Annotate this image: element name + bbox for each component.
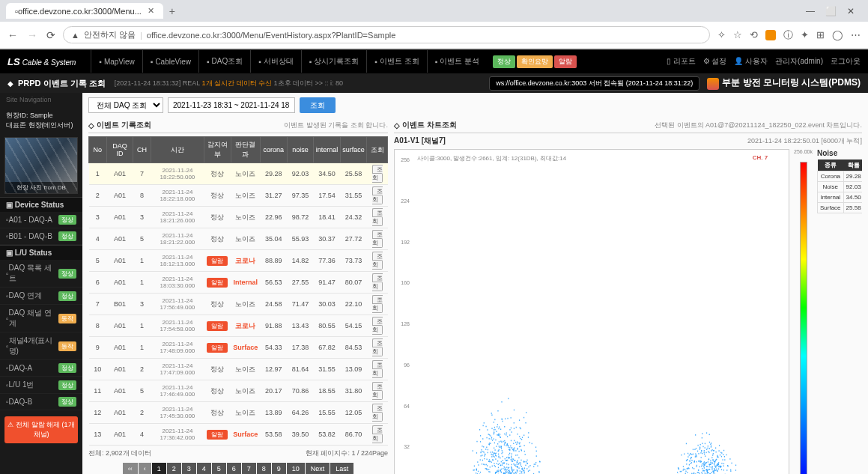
- svg-rect-933: [705, 455, 705, 457]
- svg-rect-611: [516, 444, 517, 446]
- menu-item[interactable]: ▪ MapView: [91, 50, 142, 73]
- page-button[interactable]: Last: [330, 463, 353, 474]
- table-row[interactable]: 12A0122021-11-24 17:45:30.000정상노이즈13.896…: [89, 402, 388, 424]
- sidebar-item[interactable]: ▫ B01 - DAQ-B정상: [0, 228, 82, 245]
- table-row[interactable]: 4A0152021-11-24 18:21:22.000정상노이즈35.0455…: [89, 228, 388, 250]
- menu-item[interactable]: ▪ DAQ조회: [198, 50, 250, 73]
- svg-rect-1725: [713, 450, 714, 452]
- svg-rect-492: [500, 429, 501, 431]
- sidebar-item[interactable]: ▫ 채널4개(표시명)동작: [0, 332, 82, 360]
- svg-rect-673: [494, 456, 495, 458]
- page-button[interactable]: 2: [167, 463, 181, 474]
- table-row[interactable]: 7B0132021-11-24 17:56:49.000정상노이즈24.5871…: [89, 294, 388, 315]
- clear-alarm-button[interactable]: ⚠ 전체 알람 해제 (1개 채널): [4, 416, 78, 443]
- menu-item[interactable]: ▪ 이벤트 조회: [366, 50, 426, 73]
- svg-rect-1591: [694, 461, 695, 462]
- sync-icon[interactable]: ⟲: [750, 29, 758, 40]
- page-button[interactable]: 5: [212, 463, 226, 474]
- sidebar-item[interactable]: ▫ A01 - DAQ-A정상: [0, 212, 82, 228]
- table-row[interactable]: 11A0152021-11-24 17:46:49.000정상노이즈20.177…: [89, 380, 388, 402]
- page-button[interactable]: 10: [287, 463, 305, 474]
- sidebar-item[interactable]: ▫ DAQ 채널 연계동작: [0, 305, 82, 332]
- page-button[interactable]: 8: [257, 463, 271, 474]
- view-button[interactable]: 조회: [372, 230, 383, 248]
- table-row[interactable]: 8A0112021-11-24 17:54:58.000알람코로나91.8813…: [89, 315, 388, 337]
- table-row[interactable]: 2A0182021-11-24 18:22:18.000정상노이즈31.2797…: [89, 185, 388, 207]
- sidebar-item[interactable]: ▫ DAQ 연계정상: [0, 288, 82, 305]
- logout-link[interactable]: 로그아웃: [831, 56, 861, 67]
- page-button[interactable]: 1: [152, 463, 166, 474]
- window-minimize-icon[interactable]: —: [806, 6, 815, 16]
- svg-rect-372: [474, 466, 475, 467]
- view-button[interactable]: 조회: [372, 273, 383, 291]
- table-row[interactable]: 6A0112021-11-24 18:03:30.000알람Internal56…: [89, 272, 388, 294]
- window-maximize-icon[interactable]: ⬜: [825, 6, 837, 16]
- page-button[interactable]: 7: [242, 463, 256, 474]
- url-field[interactable]: ▲ 안전하지 않음 | office.devzone.co.kr:3000/Me…: [63, 26, 710, 43]
- chart-box[interactable]: 사이클:3000, 발생건수:2661, 임계: 12(31DB), 최대값:1…: [394, 149, 789, 474]
- info-icon[interactable]: ⓘ: [783, 28, 793, 42]
- reload-icon[interactable]: ⟳: [46, 29, 55, 41]
- star2-icon[interactable]: ✦: [801, 29, 809, 40]
- back-icon[interactable]: ←: [7, 29, 18, 41]
- tab-close-icon[interactable]: ✕: [148, 6, 154, 16]
- view-button[interactable]: 조회: [372, 295, 383, 313]
- page-button[interactable]: 6: [227, 463, 241, 474]
- daterange-input[interactable]: [168, 97, 295, 113]
- svg-rect-641: [503, 463, 504, 464]
- page-button[interactable]: Next: [306, 463, 330, 474]
- status-badge: 정상: [58, 380, 76, 390]
- svg-rect-441: [528, 437, 529, 438]
- view-button[interactable]: 조회: [372, 317, 383, 335]
- table-row[interactable]: 10A0122021-11-24 17:47:09.000정상노이즈12.978…: [89, 359, 388, 380]
- favorite-icon[interactable]: ☆: [733, 29, 742, 40]
- view-button[interactable]: 조회: [372, 186, 383, 204]
- table-row[interactable]: 13A0142021-11-24 17:36:42.000알람Surface53…: [89, 424, 388, 446]
- view-button[interactable]: 조회: [372, 425, 383, 443]
- view-button[interactable]: 조회: [372, 404, 383, 422]
- collections-icon[interactable]: ⊞: [816, 29, 825, 40]
- view-button[interactable]: 조회: [372, 382, 383, 400]
- view-button[interactable]: 조회: [372, 338, 383, 356]
- view-button[interactable]: 조회: [372, 165, 383, 183]
- svg-rect-296: [482, 460, 483, 461]
- table-row[interactable]: 5A0112021-11-24 18:12:13.000알람코로나88.8914…: [89, 250, 388, 272]
- view-button[interactable]: 조회: [372, 252, 383, 270]
- menu-item[interactable]: ▪ CableView: [142, 50, 198, 73]
- table-row[interactable]: 1A0172021-11-24 18:22:50.000정상노이즈29.2892…: [89, 163, 388, 185]
- view-button[interactable]: 조회: [372, 208, 383, 226]
- forward-icon[interactable]: →: [27, 29, 37, 41]
- table-row[interactable]: 3A0132021-11-24 18:21:26.000정상노이즈22.9698…: [89, 207, 388, 228]
- sidebar-item[interactable]: ▫ DAQ 목록 세트정상: [0, 260, 82, 288]
- view-button[interactable]: 조회: [372, 360, 383, 378]
- read-icon[interactable]: ✧: [717, 29, 726, 40]
- sidebar-item[interactable]: ▫ DAQ-A정상: [0, 360, 82, 377]
- page-button[interactable]: ‹‹: [123, 463, 138, 474]
- svg-rect-1269: [721, 452, 722, 454]
- report-link[interactable]: ▯ 리포트: [667, 56, 696, 67]
- menu-item[interactable]: ▪ 이벤트 분석: [427, 50, 487, 73]
- extension-icon[interactable]: [765, 30, 776, 40]
- sidebar-item[interactable]: ▫ L/U 1번정상: [0, 377, 82, 394]
- page-button[interactable]: 4: [197, 463, 211, 474]
- window-close-icon[interactable]: ✕: [847, 6, 855, 16]
- daq-select[interactable]: 전체 DAQ 조회[2개]: [88, 97, 163, 113]
- page-button[interactable]: 3: [182, 463, 196, 474]
- page-button[interactable]: 9: [272, 463, 286, 474]
- menu-icon[interactable]: ⋯: [851, 29, 861, 40]
- svg-rect-90: [521, 439, 522, 440]
- svg-rect-1589: [689, 461, 690, 462]
- svg-rect-1439: [683, 470, 684, 471]
- browser-tab[interactable]: ▫ office.devzone.co.kr:3000/Menu... ✕: [6, 3, 163, 19]
- menu-item[interactable]: ▪ 상시기록조회: [301, 50, 367, 73]
- page-button[interactable]: ‹: [139, 463, 151, 474]
- new-tab-button[interactable]: +: [169, 5, 175, 17]
- table-row[interactable]: 9A0112021-11-24 17:48:09.000알람Surface54.…: [89, 337, 388, 359]
- profile-icon[interactable]: ◯: [832, 29, 843, 40]
- search-button[interactable]: 조회: [300, 97, 336, 113]
- svg-rect-1768: [714, 461, 715, 463]
- user-link[interactable]: 👤 사용자: [734, 56, 768, 67]
- menu-item[interactable]: ▪ 서버상태: [250, 50, 301, 73]
- sidebar-item[interactable]: ▫ DAQ-B정상: [0, 394, 82, 410]
- settings-link[interactable]: ⚙ 설정: [703, 56, 727, 67]
